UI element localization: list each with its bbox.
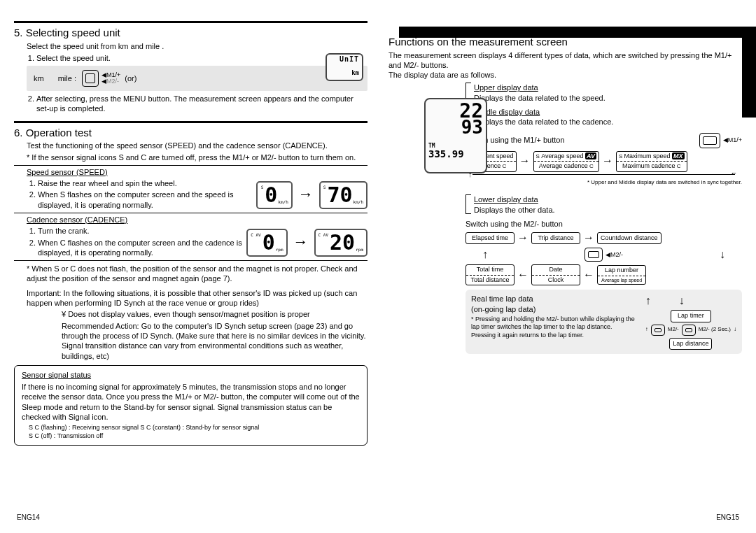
chip-avg-speed: S Average speed AV Average cadence C xyxy=(533,151,599,172)
m1-label: M1/+ xyxy=(728,136,742,143)
lap-data-box: Real time lap data (on-going lap data) *… xyxy=(465,290,742,354)
unit-mile: mile : xyxy=(58,73,76,83)
upper-display-head: Upper display data xyxy=(474,83,606,92)
left-page: 5. Selecting speed unit Select the speed… xyxy=(14,21,368,447)
chip-laptimer: Lap timer xyxy=(671,310,711,322)
realtime-lap-note: * Pressing and holding the M2/- button w… xyxy=(471,315,638,340)
heading-speed-unit: 5. Selecting speed unit xyxy=(14,21,368,40)
lower-display-text: Displays the other data. xyxy=(474,205,555,215)
subhead-cadence-sensor: Cadence sensor (CADENCE) xyxy=(27,215,368,225)
signal-status-text: If there is no incoming signal for appro… xyxy=(22,382,360,422)
header-black-bar xyxy=(399,27,742,38)
side-black-tab xyxy=(742,27,756,118)
important-bullet: ¥ Does not display values, even though s… xyxy=(62,309,368,319)
m2-hold: M2/- (2 Sec.) xyxy=(699,326,731,333)
speed-step1: Raise the rear wheel and spin the wheel. xyxy=(38,178,253,188)
cadence-lcd-sequence: C AV0rpm → C AV20rpm xyxy=(246,229,368,257)
chip-max-speed: S Maximum speed MX Maximum cadence C xyxy=(616,151,687,172)
cad-step2: When C flashes on the computer screen an… xyxy=(38,238,244,258)
speed-step2: When S flashes on the computer screen an… xyxy=(38,190,253,210)
functions-intro2: The display data are as follows. xyxy=(388,70,742,80)
speed-lcd-sequence: S0km/h → S70km/h xyxy=(256,181,368,209)
device-icon xyxy=(699,133,720,148)
sensor-flash-note: * When S or C does not flash, the positi… xyxy=(27,264,368,284)
upper-display-text: Displays the data related to the speed. xyxy=(474,93,606,103)
heading-operation-test: 6. Operation test xyxy=(14,121,368,140)
measurement-screen-lcd: 22 93 TM335.99 xyxy=(424,98,487,173)
realtime-lap-head: Real time lap data xyxy=(471,294,638,304)
chip-date: Date Clock xyxy=(531,264,580,285)
device-icon xyxy=(584,248,603,262)
subhead-speed-sensor: Speed sensor (SPEED) xyxy=(27,167,368,177)
text-speed-unit-intro: Select the speed unit from km and mile . xyxy=(27,41,368,51)
unit-selector-box: km mile : ◀M1/+ ◀M2/- (or) xyxy=(27,66,368,91)
device-icon xyxy=(82,70,99,87)
chip-lapnum: Lap number Average lap speed xyxy=(597,265,646,285)
or-label: (or) xyxy=(125,73,136,83)
signal-line1: S C (flashing) : Receiving sensor signal… xyxy=(29,424,360,432)
recommended-action-label: Recommended Action: xyxy=(62,322,139,330)
sensor-signal-status-box: Sensor signal status If there is no inco… xyxy=(14,365,368,446)
lower-display-head: Lower display data xyxy=(474,194,555,204)
cad-step1: Turn the crank. xyxy=(38,226,244,236)
m2-label: M2/- xyxy=(610,251,623,258)
important-label: Important: xyxy=(27,289,62,297)
page-number-left: ENG14 xyxy=(17,513,40,522)
realtime-lap-sub: (on-going lap data) xyxy=(471,304,638,314)
subhead-signal-status: Sensor signal status xyxy=(22,370,360,380)
functions-intro1: The measurement screen displays 4 differ… xyxy=(388,50,742,71)
page-number-right: ENG15 xyxy=(716,513,739,522)
m2-short: M2/- xyxy=(668,326,679,333)
chip-trip: Trip distance xyxy=(531,232,580,245)
middle-display-head: Middle display data xyxy=(474,107,613,117)
device-icon xyxy=(651,325,665,336)
right-page: Functions on the measurement screen The … xyxy=(388,21,742,447)
chip-countdown: Countdown distance xyxy=(597,232,662,245)
chip-elapsed: Elapsed time xyxy=(465,232,514,245)
step-select-unit: Select the speed unit. xyxy=(36,53,368,63)
chip-lapdist: Lap distance xyxy=(669,338,712,350)
btn-m2-label: M2/- xyxy=(106,78,119,85)
text-optest-intro: Test the functioning of the speed sensor… xyxy=(27,141,368,150)
text-optest-note: * If the sensor signal icons S and C are… xyxy=(27,152,368,162)
unit-km: km xyxy=(34,73,44,83)
lcd-unit-display: UnIT km xyxy=(326,53,363,81)
middle-display-text: Displays the data related to the cadence… xyxy=(474,117,613,127)
important-text: In the following situations, it is possi… xyxy=(27,289,357,307)
step-press-menu: After selecting, press the MENU button. … xyxy=(36,94,368,114)
switch-lower-label: Switch using the M2/- button xyxy=(465,219,742,229)
chip-total: Total time Total distance xyxy=(465,264,514,285)
device-icon xyxy=(682,325,696,336)
signal-line2: S C (off) : Transmission off xyxy=(29,432,360,441)
sync-note: * Upper and Middle display data are swit… xyxy=(465,179,742,186)
